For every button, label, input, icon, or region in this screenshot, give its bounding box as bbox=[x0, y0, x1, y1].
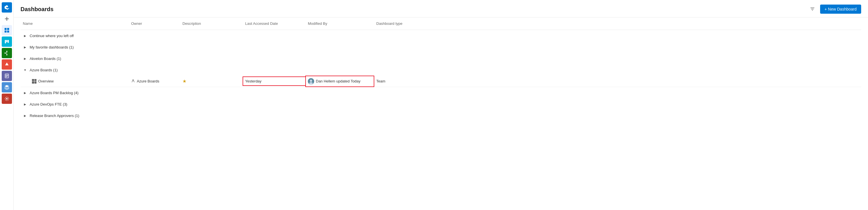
chevron-fte-icon: ▶ bbox=[23, 102, 27, 107]
filter-button[interactable] bbox=[808, 5, 817, 13]
group-label-akvelon: Akvelon Boards (1) bbox=[30, 57, 61, 61]
svg-rect-6 bbox=[8, 40, 9, 43]
column-owner: Owner bbox=[129, 20, 180, 27]
modified-by-cell: Dan Hellem updated Today bbox=[306, 76, 374, 87]
dashboard-name-cell: Overview bbox=[21, 77, 129, 86]
main-content: Dashboards + New Dashboard Name Owner De… bbox=[14, 0, 868, 210]
column-modified-by: Modified By bbox=[306, 20, 374, 27]
group-row-azure-boards[interactable]: ▼ Azure Boards (1) bbox=[21, 64, 861, 76]
group-row-azure-boards-pm[interactable]: ▶ Azure Boards PM Backlog (4) bbox=[21, 87, 861, 98]
chevron-continue-icon: ▶ bbox=[23, 33, 27, 38]
group-label-fte: Azure DevOps FTE (3) bbox=[30, 102, 67, 107]
owner-name: Azure Boards bbox=[137, 79, 159, 83]
chevron-azure-boards-icon: ▼ bbox=[23, 68, 27, 72]
group-row-akvelon[interactable]: ▶ Akvelon Boards (1) bbox=[21, 53, 861, 64]
sidebar-item-artifacts[interactable] bbox=[2, 82, 12, 92]
modifier-avatar bbox=[308, 78, 314, 85]
new-dashboard-button[interactable]: + New Dashboard bbox=[820, 5, 861, 14]
chevron-favorites-icon: ▶ bbox=[23, 45, 27, 49]
page-header: Dashboards + New Dashboard bbox=[14, 0, 868, 18]
dashboard-type-cell: Team bbox=[374, 77, 425, 86]
group-label-azure-boards: Azure Boards (1) bbox=[30, 68, 58, 72]
group-label-pm: Azure Boards PM Backlog (4) bbox=[30, 91, 79, 95]
dashboard-type-value: Team bbox=[376, 79, 385, 83]
sidebar-item-testplans[interactable] bbox=[2, 71, 12, 81]
description-cell: ★ bbox=[180, 76, 243, 86]
column-description: Description bbox=[180, 20, 243, 27]
page-title: Dashboards bbox=[21, 6, 54, 12]
last-accessed-value: Yesterday bbox=[245, 79, 261, 83]
group-label-favorites: My favorite dashboards (1) bbox=[30, 45, 74, 49]
svg-point-9 bbox=[5, 53, 6, 54]
group-row-release[interactable]: ▶ Release Branch Approvers (1) bbox=[21, 110, 861, 121]
svg-rect-4 bbox=[5, 40, 6, 43]
chevron-akvelon-icon: ▶ bbox=[23, 56, 27, 61]
sidebar-item-add[interactable] bbox=[2, 14, 12, 24]
owner-people-icon bbox=[131, 79, 135, 84]
owner-cell: Azure Boards bbox=[129, 77, 180, 86]
svg-point-11 bbox=[132, 80, 134, 81]
svg-point-7 bbox=[6, 51, 7, 52]
svg-rect-2 bbox=[5, 31, 6, 32]
group-row-fte[interactable]: ▶ Azure DevOps FTE (3) bbox=[21, 98, 861, 110]
svg-rect-3 bbox=[7, 31, 9, 32]
svg-rect-1 bbox=[7, 28, 9, 30]
star-icon[interactable]: ★ bbox=[182, 79, 186, 84]
dashboard-row-overview[interactable]: Overview Azure Boards ★ Yesterday bbox=[21, 76, 861, 87]
last-accessed-cell: Yesterday bbox=[243, 77, 306, 86]
chevron-release-icon: ▶ bbox=[23, 113, 27, 118]
dashboard-name: Overview bbox=[38, 79, 54, 83]
group-row-continue[interactable]: ▶ Continue where you left off bbox=[21, 30, 861, 41]
dashboard-grid-icon bbox=[32, 79, 36, 84]
column-dashboard-type: Dashboard type bbox=[374, 20, 425, 27]
sidebar-item-pipelines[interactable] bbox=[2, 59, 12, 70]
group-row-favorites[interactable]: ▶ My favorite dashboards (1) bbox=[21, 41, 861, 53]
sidebar-item-boards[interactable] bbox=[2, 36, 12, 47]
chevron-pm-icon: ▶ bbox=[23, 90, 27, 95]
svg-point-13 bbox=[310, 80, 312, 82]
table-header: Name Owner Description Last Accessed Dat… bbox=[21, 18, 861, 30]
group-label-continue: Continue where you left off bbox=[30, 34, 73, 38]
svg-rect-5 bbox=[6, 40, 7, 42]
column-name: Name bbox=[21, 20, 129, 27]
header-actions: + New Dashboard bbox=[808, 5, 861, 14]
group-label-release: Release Branch Approvers (1) bbox=[30, 114, 79, 118]
sidebar bbox=[0, 0, 14, 210]
sidebar-item-azure-devops[interactable] bbox=[2, 2, 12, 12]
svg-point-8 bbox=[6, 54, 7, 55]
sidebar-item-dashboards[interactable] bbox=[2, 25, 12, 35]
sidebar-item-settings[interactable] bbox=[2, 94, 12, 104]
modified-by-value: Dan Hellem updated Today bbox=[316, 79, 361, 83]
sidebar-item-repos[interactable] bbox=[2, 48, 12, 58]
dashboards-table: Name Owner Description Last Accessed Dat… bbox=[14, 18, 868, 210]
column-last-accessed: Last Accessed Date bbox=[243, 20, 306, 27]
svg-point-10 bbox=[6, 98, 7, 99]
svg-point-14 bbox=[309, 82, 313, 85]
svg-rect-0 bbox=[5, 28, 6, 30]
